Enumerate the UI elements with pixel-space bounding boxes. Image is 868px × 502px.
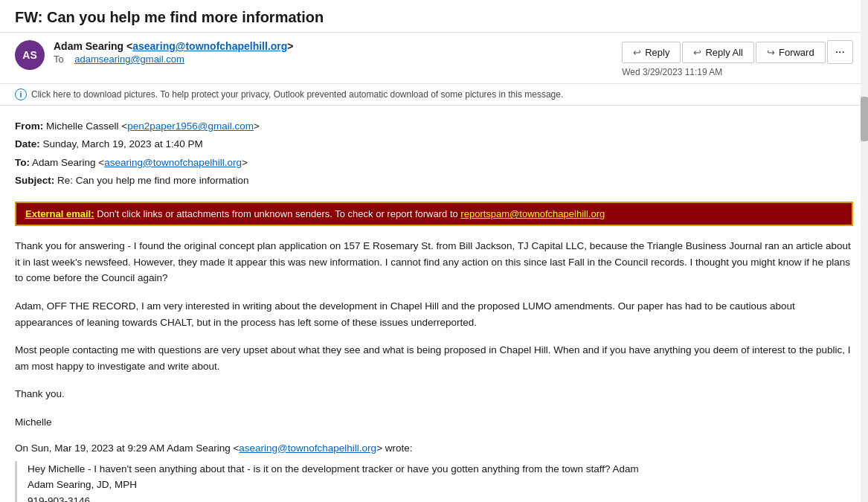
body-paragraph-4: Thank you. <box>15 386 853 402</box>
reply-all-icon: ↩ <box>693 47 701 58</box>
meta-to: To: Adam Searing <asearing@townofchapelh… <box>15 154 853 172</box>
forward-button[interactable]: ↪ Forward <box>756 42 826 63</box>
sender-to-line: To adamsearing@gmail.com <box>54 54 294 65</box>
sender-section: AS Adam Searing <asearing@townofchapelhi… <box>15 40 294 70</box>
from-email-link[interactable]: pen2paper1956@gmail.com <box>127 120 254 132</box>
email-subject: FW: Can you help me find more informatio… <box>15 9 324 25</box>
email-metadata: From: Michelle Cassell <pen2paper1956@gm… <box>15 118 853 190</box>
quoted-signature-phone: 919-903-3146 <box>28 493 853 502</box>
subject-bar: FW: Can you help me find more informatio… <box>0 0 868 33</box>
privacy-notice-bar: i Click here to download pictures. To he… <box>0 84 868 106</box>
to-email-link[interactable]: asearing@townofchapelhill.org <box>104 157 242 168</box>
email-body: From: Michelle Cassell <pen2paper1956@gm… <box>0 106 868 502</box>
scrollbar-track <box>861 0 868 502</box>
reply-button[interactable]: ↩ Reply <box>622 42 681 63</box>
email-view: FW: Can you help me find more informatio… <box>0 0 868 502</box>
body-paragraph-3: Most people contacting me with questions… <box>15 342 853 374</box>
external-label: External email: <box>25 208 94 219</box>
email-timestamp: Wed 3/29/2023 11:19 AM <box>622 67 722 77</box>
quoted-text: Hey Michelle - I haven't seen anything a… <box>28 461 853 477</box>
meta-date: Date: Sunday, March 19, 2023 at 1:40 PM <box>15 135 853 153</box>
more-actions-button[interactable]: ··· <box>827 40 853 64</box>
body-paragraph-2: Adam, OFF THE RECORD, I am very interest… <box>15 298 853 330</box>
sender-name: Adam Searing <asearing@townofchapelhill.… <box>54 40 294 52</box>
quoted-block: Hey Michelle - I haven't seen anything a… <box>15 461 853 502</box>
report-spam-link[interactable]: reportspam@townofchapelhill.org <box>460 208 605 219</box>
body-paragraph-5: Michelle <box>15 414 853 431</box>
sender-details: Adam Searing <asearing@townofchapelhill.… <box>54 40 294 65</box>
sender-email[interactable]: asearing@townofchapelhill.org <box>132 40 287 52</box>
quoted-email-link[interactable]: asearing@townofchapelhill.org <box>239 443 376 454</box>
body-paragraph-1: Thank you for answering - I found the or… <box>15 238 853 286</box>
meta-from: From: Michelle Cassell <pen2paper1956@gm… <box>15 118 853 135</box>
forward-icon: ↪ <box>767 47 775 58</box>
scrollbar-thumb[interactable] <box>861 97 868 141</box>
quoted-signature-name: Adam Searing, JD, MPH <box>28 477 853 493</box>
action-buttons-area: ↩ Reply ↩ Reply All ↪ Forward ··· Wed 3/… <box>622 40 853 77</box>
button-row: ↩ Reply ↩ Reply All ↪ Forward ··· <box>622 40 853 64</box>
to-address[interactable]: adamsearing@gmail.com <box>74 54 184 65</box>
sender-avatar: AS <box>15 40 45 70</box>
external-warning-banner: External email: Don't click links or att… <box>15 202 853 226</box>
email-header: AS Adam Searing <asearing@townofchapelhi… <box>0 33 868 84</box>
meta-subject: Subject: Re: Can you help me find more i… <box>15 172 853 190</box>
reply-icon: ↩ <box>633 47 641 58</box>
reply-all-button[interactable]: ↩ Reply All <box>682 42 754 63</box>
email-body-text: Thank you for answering - I found the or… <box>15 238 853 430</box>
info-icon: i <box>15 89 27 100</box>
quoted-intro-line: On Sun, Mar 19, 2023 at 9:29 AM Adam Sea… <box>15 443 853 454</box>
